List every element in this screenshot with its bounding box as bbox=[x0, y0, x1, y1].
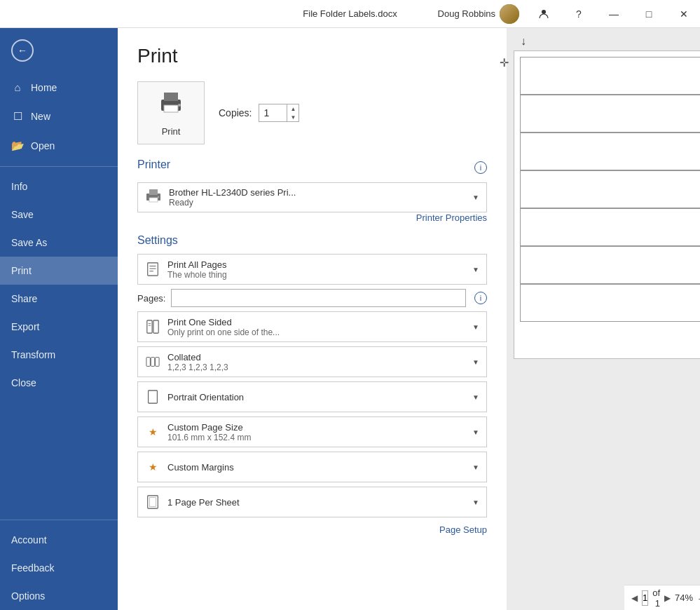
copies-increment[interactable]: ▲ bbox=[287, 104, 298, 113]
sidebar-item-export[interactable]: Export bbox=[0, 313, 118, 341]
collate-main: Collated bbox=[167, 352, 465, 362]
margins-arrow: ▼ bbox=[472, 463, 479, 471]
pages-input-row: Pages: i bbox=[137, 289, 487, 307]
printer-info-icon[interactable]: i bbox=[474, 161, 487, 174]
preview-labels bbox=[520, 57, 700, 322]
home-icon: ⌂ bbox=[11, 81, 24, 93]
per-sheet-icon bbox=[145, 494, 160, 510]
svg-rect-18 bbox=[151, 358, 154, 367]
setting-margins[interactable]: ★ Custom Margins ▼ bbox=[137, 452, 487, 482]
page-size-main: Custom Page Size bbox=[167, 422, 465, 433]
orientation-arrow: ▼ bbox=[472, 393, 479, 401]
pages-range-text: Print All Pages The whole thing bbox=[167, 259, 465, 280]
copies-spinner[interactable]: 1 ▲ ▼ bbox=[259, 104, 299, 122]
minimize-button[interactable]: — bbox=[598, 0, 630, 28]
close-button[interactable]: ✕ bbox=[668, 0, 700, 28]
main-layout: ← ⌂ Home ☐ New 📂 Open Info Save Save As … bbox=[0, 28, 700, 610]
copies-row: Copies: 1 ▲ ▼ bbox=[219, 104, 299, 122]
current-page-box[interactable]: 1 bbox=[642, 590, 648, 606]
orientation-text: Portrait Orientation bbox=[167, 392, 465, 402]
preview-label-3 bbox=[520, 133, 700, 170]
save-as-label: Save As bbox=[11, 237, 47, 248]
print-button[interactable]: Print bbox=[137, 81, 205, 144]
of-label: of bbox=[652, 588, 660, 598]
printer-properties-link[interactable]: Printer Properties bbox=[137, 212, 487, 223]
sidebar-item-new[interactable]: ☐ New bbox=[0, 102, 118, 131]
sidebar-item-transform[interactable]: Transform bbox=[0, 341, 118, 369]
preview-label-5 bbox=[520, 208, 700, 246]
svg-rect-19 bbox=[156, 358, 159, 367]
preview-page bbox=[514, 50, 700, 359]
setting-collate[interactable]: Collated 1,2,3 1,2,3 1,2,3 ▼ bbox=[137, 346, 487, 377]
sidebar-item-close[interactable]: Close bbox=[0, 369, 118, 397]
setting-per-sheet[interactable]: 1 Page Per Sheet ▼ bbox=[137, 487, 487, 517]
help-button[interactable]: ? bbox=[563, 0, 595, 28]
setting-pages-range[interactable]: Print All Pages The whole thing ▼ bbox=[137, 254, 487, 285]
setting-sides[interactable]: Print One Sided Only print on one side o… bbox=[137, 311, 487, 342]
restore-button[interactable]: □ bbox=[633, 0, 665, 28]
username-label: Doug Robbins bbox=[438, 8, 495, 19]
sidebar-item-account[interactable]: Account bbox=[0, 526, 118, 554]
printer-status: Ready bbox=[169, 198, 465, 208]
printer-section-title: Printer bbox=[137, 158, 170, 171]
print-label: Print bbox=[11, 265, 32, 276]
sidebar-item-save[interactable]: Save bbox=[0, 201, 118, 229]
back-button[interactable]: ← bbox=[11, 39, 34, 62]
pages-input[interactable] bbox=[171, 289, 466, 307]
sidebar: ← ⌂ Home ☐ New 📂 Open Info Save Save As … bbox=[0, 28, 118, 610]
pages-input-info-icon[interactable]: i bbox=[474, 292, 487, 304]
sidebar-item-share[interactable]: Share bbox=[0, 285, 118, 313]
sidebar-item-save-as[interactable]: Save As bbox=[0, 229, 118, 257]
zoom-out-button[interactable]: — bbox=[697, 592, 700, 604]
svg-point-8 bbox=[158, 196, 159, 198]
people-button[interactable] bbox=[528, 0, 560, 28]
sidebar-item-options[interactable]: Options bbox=[0, 582, 118, 610]
sidebar-item-home[interactable]: ⌂ Home bbox=[0, 73, 118, 102]
avatar bbox=[500, 4, 519, 24]
setting-page-size[interactable]: ★ Custom Page Size 101.6 mm x 152.4 mm ▼ bbox=[137, 416, 487, 447]
sidebar-item-label: New bbox=[31, 111, 50, 122]
page-setup-link[interactable]: Page Setup bbox=[439, 524, 487, 535]
preview-label-2 bbox=[520, 95, 700, 133]
svg-rect-17 bbox=[146, 358, 150, 367]
new-icon: ☐ bbox=[11, 110, 24, 123]
next-page-button[interactable]: ▶ bbox=[664, 591, 671, 605]
sidebar-item-feedback[interactable]: Feedback bbox=[0, 554, 118, 582]
sidebar-divider bbox=[0, 166, 118, 167]
svg-rect-20 bbox=[149, 391, 158, 403]
svg-rect-9 bbox=[148, 263, 158, 276]
printer-header: Printer i bbox=[137, 158, 487, 177]
printer-dropdown[interactable]: Brother HL-L2340D series Pri... Ready ▼ bbox=[137, 182, 487, 212]
printer-icon bbox=[157, 90, 185, 121]
orientation-icon bbox=[145, 389, 160, 405]
zoom-label: 74% bbox=[675, 592, 693, 603]
page-size-sub: 101.6 mm x 152.4 mm bbox=[167, 433, 465, 442]
user-info: Doug Robbins bbox=[432, 4, 525, 24]
printer-device-icon bbox=[145, 188, 162, 207]
preview-label-6 bbox=[520, 246, 700, 284]
settings-title: Settings bbox=[137, 234, 487, 247]
settings-section: Settings Print All Pages The whole thing… bbox=[137, 234, 487, 536]
sidebar-item-info[interactable]: Info bbox=[0, 172, 118, 201]
margins-main: Custom Margins bbox=[167, 462, 465, 473]
margins-text: Custom Margins bbox=[167, 462, 465, 473]
page-size-arrow: ▼ bbox=[472, 428, 479, 436]
sidebar-item-open[interactable]: 📂 Open bbox=[0, 131, 118, 161]
prev-page-button[interactable]: ◀ bbox=[631, 591, 638, 605]
per-sheet-main: 1 Page Per Sheet bbox=[167, 497, 465, 508]
per-sheet-text: 1 Page Per Sheet bbox=[167, 497, 465, 508]
page-size-text: Custom Page Size 101.6 mm x 152.4 mm bbox=[167, 422, 465, 442]
printer-section: Printer i Brother HL-L2340D series Pri..… bbox=[137, 158, 487, 223]
content-area: Print Print Copies: bbox=[118, 28, 700, 610]
copies-decrement[interactable]: ▼ bbox=[287, 113, 298, 121]
sidebar-item-label: Open bbox=[31, 140, 55, 151]
margins-star-icon: ★ bbox=[149, 461, 158, 473]
current-page: 1 bbox=[643, 592, 647, 603]
margins-icon: ★ bbox=[145, 459, 160, 475]
sidebar-bottom: Account Feedback Options bbox=[0, 514, 118, 610]
page-of-label: of 1 bbox=[652, 588, 660, 609]
sidebar-item-print[interactable]: Print bbox=[0, 257, 118, 285]
setting-orientation[interactable]: Portrait Orientation ▼ bbox=[137, 381, 487, 412]
preview-bottom-bar: ◀ 1 of 1 ▶ 74% — + bbox=[624, 585, 700, 610]
feedback-label: Feedback bbox=[11, 562, 54, 574]
